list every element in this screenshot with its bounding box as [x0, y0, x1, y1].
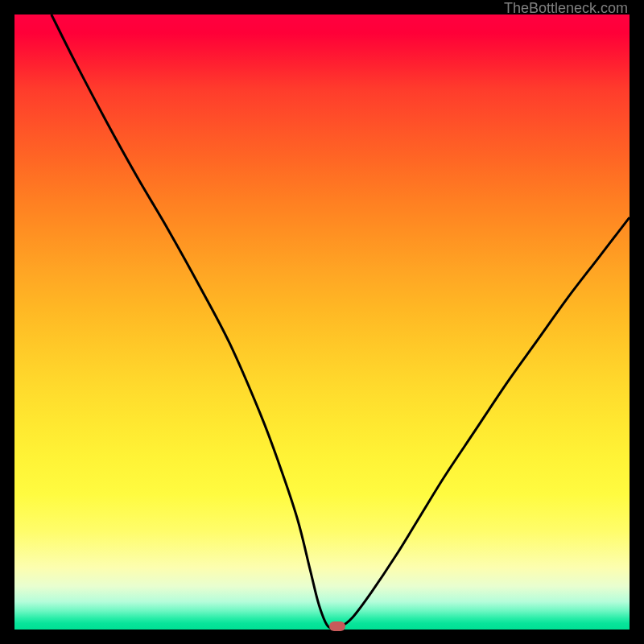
bottleneck-marker [329, 621, 345, 631]
chart-container: TheBottleneck.com [0, 0, 644, 644]
watermark-text: TheBottleneck.com [504, 0, 628, 17]
gradient-plot-area [14, 14, 630, 630]
